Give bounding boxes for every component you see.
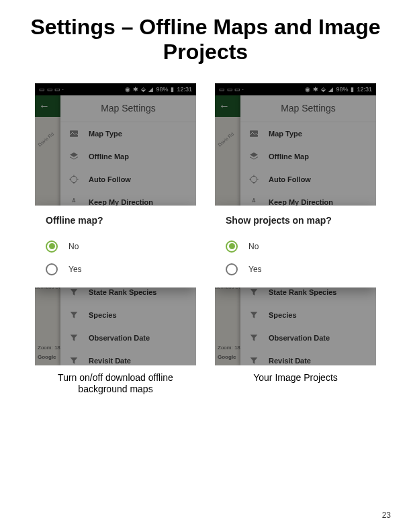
setting-revisit-date[interactable]: Revisit Date	[60, 349, 196, 365]
page-title: Settings – Offline Maps and Image Projec…	[0, 0, 411, 64]
setting-species[interactable]: Species	[240, 304, 376, 326]
panel-title: Map Settings	[240, 95, 376, 122]
caption-left: Turn on/off download offline background …	[35, 372, 196, 396]
setting-map-type[interactable]: Map Type	[60, 122, 196, 145]
setting-label: Map Type	[269, 130, 302, 138]
radio-yes[interactable]: Yes	[46, 258, 185, 281]
setting-label: Revisit Date	[89, 357, 131, 365]
radio-selected-icon	[226, 240, 238, 253]
clock: 12:31	[177, 86, 192, 93]
setting-label: Auto Follow	[269, 175, 311, 183]
svg-point-10	[250, 176, 257, 182]
setting-obs-date[interactable]: Observation Date	[60, 326, 196, 349]
filter-icon	[248, 355, 259, 365]
offline-map-dialog: Offline map? No Yes	[35, 206, 196, 287]
page-number: 23	[382, 511, 391, 520]
radio-no[interactable]: No	[46, 235, 185, 258]
status-left-icons: ▭ ▭ ▭ ·	[39, 86, 64, 93]
setting-offline-map[interactable]: Offline Map	[60, 145, 196, 168]
radio-no[interactable]: No	[226, 235, 365, 258]
setting-revisit-date[interactable]: Revisit Date	[240, 349, 376, 365]
panel-title: Map Settings	[60, 95, 196, 122]
map-street-label: Davis Rd	[217, 131, 234, 147]
setting-label: Offline Map	[269, 152, 309, 161]
google-label: Google	[38, 354, 56, 360]
map-street-label: Davis Rd	[37, 131, 54, 147]
setting-auto-follow[interactable]: Auto Follow	[60, 168, 196, 191]
filter-icon	[248, 310, 259, 320]
google-label: Google	[218, 354, 236, 360]
image-icon	[68, 128, 79, 139]
radio-unselected-icon	[46, 263, 58, 275]
battery-text: 98%	[156, 86, 168, 93]
status-bar: ▭ ▭ ▭ · ◉ ✱ ⬙ ◢ 98% ▮ 12:31	[35, 83, 196, 95]
setting-obs-date[interactable]: Observation Date	[240, 326, 376, 349]
status-bar: ▭ ▭ ▭ · ◉ ✱ ⬙ ◢ 98% ▮ 12:31	[215, 83, 376, 95]
target-icon	[248, 174, 259, 185]
battery-icon: ▮	[351, 86, 354, 93]
zoom-label: Zoom: 18	[218, 345, 240, 351]
dialog-title: Show projects on map?	[226, 215, 365, 226]
screenshot-row: ▭ ▭ ▭ · ◉ ✱ ⬙ ◢ 98% ▮ 12:31 ← Davis Rd B…	[0, 83, 411, 365]
battery-text: 98%	[336, 86, 348, 93]
setting-label: Auto Follow	[89, 175, 131, 183]
phone-right: ▭ ▭ ▭ · ◉ ✱ ⬙ ◢ 98% ▮ 12:31 ← Davis Rd B…	[215, 83, 376, 365]
setting-map-type[interactable]: Map Type	[240, 122, 376, 145]
radio-selected-icon	[46, 240, 58, 253]
back-icon[interactable]: ←	[39, 100, 50, 112]
setting-label: Revisit Date	[269, 357, 311, 365]
bluetooth-icon: ✱	[133, 86, 138, 93]
filter-icon	[248, 332, 259, 343]
setting-label: Observation Date	[269, 334, 330, 342]
image-icon	[248, 128, 259, 139]
setting-label: Observation Date	[89, 334, 150, 342]
caption-right: Your Image Projects	[215, 372, 376, 396]
radio-yes[interactable]: Yes	[226, 258, 365, 281]
target-icon	[68, 174, 79, 185]
zoom-label: Zoom: 18	[38, 345, 60, 351]
filter-icon	[248, 287, 259, 298]
signal-icon: ◢	[148, 86, 153, 93]
setting-label: State Rank Species	[89, 288, 157, 296]
battery-icon: ▮	[171, 86, 174, 93]
radio-label: No	[68, 242, 79, 251]
filter-icon	[68, 332, 79, 343]
location-icon: ◉	[125, 86, 130, 93]
clock: 12:31	[357, 86, 372, 93]
show-projects-dialog: Show projects on map? No Yes	[215, 206, 376, 287]
setting-label: Map Type	[89, 130, 122, 138]
radio-label: No	[248, 242, 259, 251]
setting-label: State Rank Species	[269, 288, 337, 296]
radio-unselected-icon	[226, 263, 238, 275]
radio-label: Yes	[68, 265, 82, 274]
filter-icon	[68, 310, 79, 320]
setting-label: Offline Map	[89, 152, 129, 161]
phone-left: ▭ ▭ ▭ · ◉ ✱ ⬙ ◢ 98% ▮ 12:31 ← Davis Rd B…	[35, 83, 196, 365]
bluetooth-icon: ✱	[313, 86, 318, 93]
location-icon: ◉	[305, 86, 310, 93]
filter-icon	[68, 355, 79, 365]
setting-auto-follow[interactable]: Auto Follow	[240, 168, 376, 191]
layers-icon	[68, 151, 79, 162]
svg-point-1	[71, 176, 77, 182]
setting-species[interactable]: Species	[60, 304, 196, 326]
radio-label: Yes	[248, 265, 262, 274]
setting-offline-map[interactable]: Offline Map	[240, 145, 376, 168]
dialog-title: Offline map?	[46, 215, 185, 226]
wifi-icon: ⬙	[141, 86, 146, 93]
setting-label: Species	[269, 311, 297, 319]
status-left-icons: ▭ ▭ ▭ ·	[219, 86, 244, 93]
filter-icon	[68, 287, 79, 298]
back-icon[interactable]: ←	[219, 100, 230, 112]
caption-row: Turn on/off download offline background …	[0, 372, 411, 396]
signal-icon: ◢	[328, 86, 333, 93]
setting-label: Species	[89, 311, 117, 319]
layers-icon	[248, 151, 259, 162]
wifi-icon: ⬙	[321, 86, 326, 93]
